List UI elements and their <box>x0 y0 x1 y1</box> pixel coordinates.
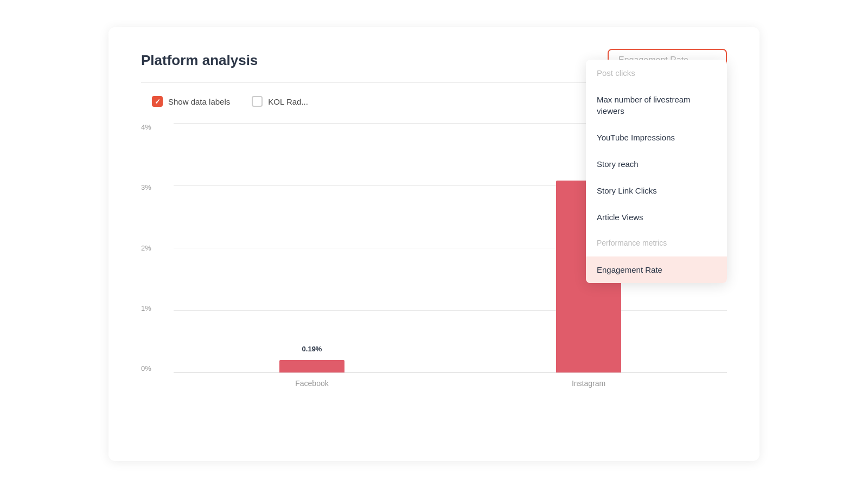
y-label-4: 4% <box>141 123 151 131</box>
dropdown-item-engagement-rate[interactable]: Engagement Rate <box>586 256 727 283</box>
unchecked-icon <box>252 96 263 107</box>
dropdown-item-story-reach[interactable]: Story reach <box>586 151 727 177</box>
show-data-labels-label: Show data labels <box>168 97 230 106</box>
y-label-1: 1% <box>141 304 151 312</box>
x-axis: Facebook Instagram <box>174 373 727 394</box>
bar-label-facebook: 0.19% <box>302 345 322 353</box>
bar-group-facebook: 0.19% <box>174 123 450 373</box>
dropdown-menu: Post clicks Max number of livestream vie… <box>586 60 727 283</box>
main-container: Platform analysis Engagement Rate ⌄ Show… <box>108 27 760 461</box>
kol-radar-checkbox[interactable]: KOL Rad... <box>252 96 308 107</box>
page-title: Platform analysis <box>141 52 258 69</box>
dropdown-item-max-livestream[interactable]: Max number of livestream viewers <box>586 86 727 124</box>
dropdown-item-post-clicks[interactable]: Post clicks <box>586 60 727 86</box>
y-label-0: 0% <box>141 364 151 373</box>
dropdown-item-article-views[interactable]: Article Views <box>586 204 727 230</box>
x-label-instagram: Instagram <box>450 373 727 394</box>
show-data-labels-checkbox[interactable]: Show data labels <box>152 96 230 107</box>
x-label-facebook: Facebook <box>174 373 450 394</box>
kol-radar-label: KOL Rad... <box>268 97 308 106</box>
dropdown-item-story-link-clicks[interactable]: Story Link Clicks <box>586 177 727 204</box>
dropdown-item-youtube-impressions[interactable]: YouTube Impressions <box>586 124 727 151</box>
dropdown-item-performance-metrics: Performance metrics <box>586 230 727 256</box>
checked-icon <box>152 96 163 107</box>
bar-facebook: 0.19% <box>279 360 344 373</box>
y-label-3: 3% <box>141 183 151 191</box>
y-label-2: 2% <box>141 244 151 252</box>
y-axis: 4% 3% 2% 1% 0% <box>141 123 158 373</box>
